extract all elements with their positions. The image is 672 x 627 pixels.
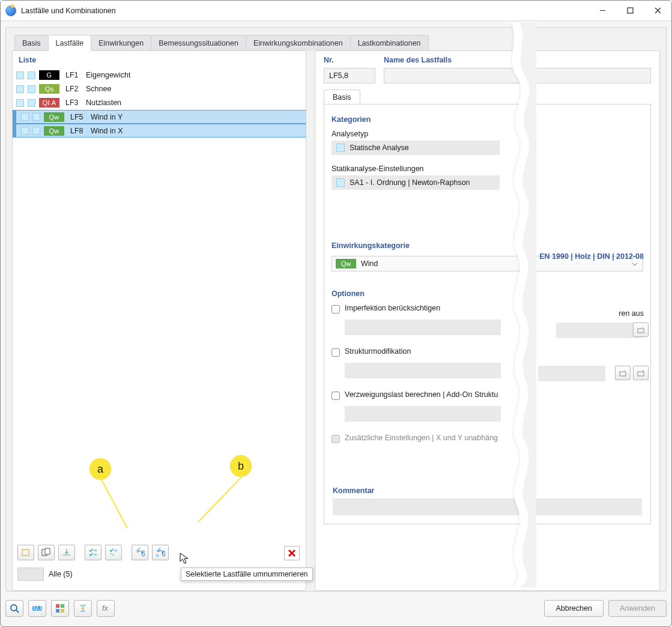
tab-lastfaelle[interactable]: Lastfälle	[48, 35, 92, 51]
loadcase-number: LF1	[65, 71, 82, 79]
renumber-selected-button[interactable]: 26	[152, 545, 169, 560]
category-badge: Qs	[39, 84, 59, 94]
category-badge: Qw	[44, 126, 64, 136]
loadcase-name: Wind in Y	[91, 113, 302, 121]
name-input[interactable]	[384, 68, 651, 83]
svg-rect-5	[94, 554, 97, 556]
name-label: Name des Lastfalls	[384, 56, 651, 64]
item-toggle-a[interactable]	[21, 127, 29, 135]
delete-loadcase-button[interactable]	[284, 546, 300, 560]
edit-icon-button-1[interactable]	[633, 323, 649, 337]
opt-imperfektion-field[interactable]	[345, 320, 501, 335]
colors-button[interactable]	[51, 600, 69, 617]
tab-einwirkungen[interactable]: Einwirkungen	[91, 35, 151, 50]
right-redefine-field[interactable]	[556, 323, 644, 338]
statik-label: Statikanalyse-Einstellungen	[331, 165, 643, 173]
opt-right-fragment: ren aus	[619, 309, 644, 318]
category-badge: G	[39, 70, 59, 80]
loadcase-list[interactable]: GLF1EigengewichtQsLF2SchneeQI ALF3Nutzla…	[13, 68, 306, 536]
svg-rect-20	[56, 609, 59, 613]
tooltip: Selektierte Lastfälle umnummerieren	[181, 568, 313, 581]
window-close-button[interactable]	[644, 1, 671, 21]
cursor-icon	[180, 553, 189, 566]
details-panel: Nr. LF5,8 Name des Lastfalls Basis Kateg…	[315, 50, 660, 591]
tab-lastkombinationen[interactable]: Lastkombinationen	[350, 35, 429, 50]
dialog-content: Basis Lastfälle Einwirkungen Bemessungss…	[5, 27, 667, 592]
kommentar-heading: Kommentar	[333, 486, 642, 495]
tab-einwirkungskombinationen[interactable]: Einwirkungskombinationen	[246, 35, 351, 50]
checkbox-imperfektion[interactable]	[331, 305, 340, 314]
list-item[interactable]: QwLF8Wind in X	[13, 124, 306, 138]
nr-label: Nr.	[324, 56, 375, 64]
kommentar-input[interactable]	[333, 498, 642, 515]
checkbox-verzweigung[interactable]	[331, 392, 340, 400]
item-toggle-b[interactable]	[32, 113, 40, 121]
opt-strukturmod-field[interactable]	[345, 363, 501, 378]
list-item[interactable]: GLF1Eigengewicht	[13, 68, 306, 82]
settings-button[interactable]	[74, 600, 92, 617]
new-loadcase-button[interactable]	[17, 545, 34, 560]
item-toggle-a[interactable]	[16, 85, 24, 93]
deselect-all-button[interactable]	[105, 545, 122, 560]
window-minimize-button[interactable]	[589, 1, 616, 21]
dialog-footer: 0,00 fx Abbrechen Anwenden	[5, 595, 667, 622]
edit-icon-button-3[interactable]	[633, 366, 649, 380]
statik-text: SA1 - I. Ordnung | Newton-Raphson	[350, 178, 470, 187]
list-item[interactable]: QI ALF3Nutzlasten	[13, 96, 306, 110]
color-swatch-icon	[336, 144, 345, 152]
list-item[interactable]: QsLF2Schnee	[13, 82, 306, 96]
norm-label: EN 1990 | Holz | DIN | 2012-08	[539, 252, 644, 261]
item-toggle-b[interactable]	[28, 85, 35, 93]
svg-rect-19	[61, 604, 64, 608]
units-button[interactable]: 0,00	[28, 600, 46, 617]
nr-value: LF5,8	[329, 71, 348, 80]
edit-icon-button-2[interactable]	[615, 366, 631, 380]
opt-verzweigung-label: Verzweigungslast berechnen | Add-On Stru…	[345, 390, 498, 399]
item-toggle-b[interactable]	[32, 127, 40, 135]
opt-verzweigung-field[interactable]	[345, 406, 501, 422]
item-toggle-a[interactable]	[21, 113, 29, 121]
statik-value[interactable]: SA1 - I. Ordnung | Newton-Raphson	[331, 175, 500, 190]
item-toggle-a[interactable]	[16, 99, 24, 107]
window-titlebar: Lastfälle und Kombinationen	[1, 1, 671, 21]
svg-text:2: 2	[136, 548, 141, 553]
nr-input[interactable]: LF5,8	[324, 68, 375, 83]
loadcase-name: Schnee	[86, 85, 302, 93]
einwirkungskategorie-value: Wind	[361, 259, 378, 268]
item-toggle-b[interactable]	[28, 99, 35, 107]
right-strukturmod-field[interactable]	[538, 366, 605, 381]
tab-basis[interactable]: Basis	[14, 35, 49, 50]
subtab-basis[interactable]: Basis	[324, 89, 360, 104]
analysetyp-value[interactable]: Statische Analyse	[331, 141, 500, 155]
select-all-button[interactable]	[85, 545, 101, 560]
analysetyp-label: Analysetyp	[331, 130, 643, 138]
import-button[interactable]	[58, 545, 75, 560]
list-item[interactable]: QwLF5Wind in Y	[13, 110, 306, 124]
filter-label: Alle (5)	[49, 570, 73, 578]
renumber-all-button[interactable]: 26	[132, 545, 148, 560]
svg-rect-3	[45, 548, 50, 554]
function-button[interactable]: fx	[97, 600, 115, 617]
loadcase-list-panel: Liste GLF1EigengewichtQsLF2SchneeQI ALF3…	[12, 50, 306, 591]
checkbox-strukturmod[interactable]	[331, 348, 340, 357]
loadcase-name: Nutzlasten	[86, 98, 302, 107]
apply-button[interactable]: Anwenden	[608, 600, 667, 617]
svg-rect-9	[156, 554, 159, 557]
color-swatch-icon	[336, 178, 345, 187]
item-toggle-b[interactable]	[28, 71, 35, 79]
svg-point-15	[11, 605, 17, 611]
annotation-b: b	[230, 455, 252, 477]
item-toggle-a[interactable]	[16, 71, 24, 79]
loadcase-number: LF8	[70, 127, 87, 135]
help-button[interactable]	[5, 600, 23, 617]
kategorien-heading: Kategorien	[331, 115, 643, 124]
filter-color-selector[interactable]	[17, 568, 44, 581]
copy-loadcase-button[interactable]	[38, 545, 55, 560]
window-maximize-button[interactable]	[616, 1, 644, 21]
window-title: Lastfälle und Kombinationen	[21, 7, 589, 15]
cancel-button[interactable]: Abbrechen	[544, 600, 603, 617]
tab-bemessungssituationen[interactable]: Bemessungssituationen	[151, 35, 246, 50]
svg-point-22	[82, 607, 84, 610]
list-heading: Liste	[13, 51, 306, 68]
annotation-a: a	[89, 458, 111, 480]
